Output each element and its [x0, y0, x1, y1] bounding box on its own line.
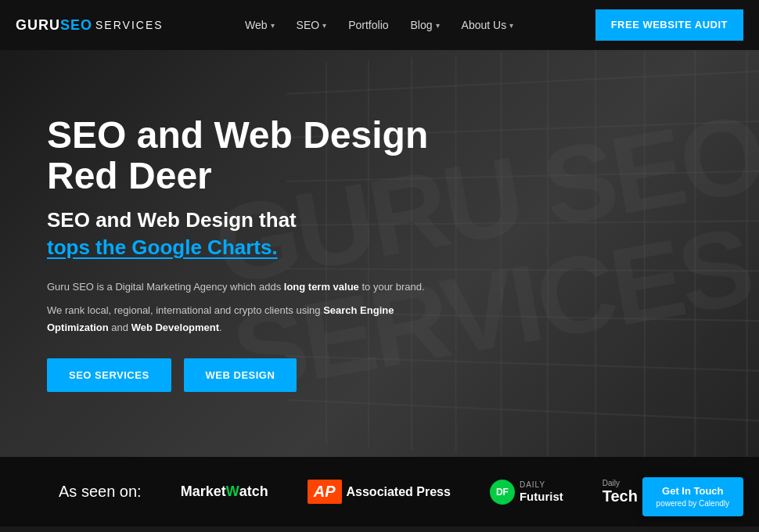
daily-futurist-logo: DF Daily Futurist	[490, 480, 563, 505]
ap-badge: AP	[308, 480, 342, 504]
marketwatch-text: MarketWatch	[181, 483, 268, 500]
hero-desc2-end: .	[219, 322, 222, 333]
df-futurist-label: Futurist	[520, 490, 563, 504]
df-daily-label: Daily	[520, 480, 563, 490]
nav-item-portfolio[interactable]: Portfolio	[348, 19, 388, 31]
hero-desc2: We rank local, regional, international a…	[47, 302, 454, 336]
free-audit-button[interactable]: FREE WEBSITE AUDIT	[595, 9, 743, 41]
logo[interactable]: GURU SEO SERVICES	[16, 17, 164, 34]
hero-desc2-start: We rank local, regional, international a…	[47, 304, 323, 316]
hero-title: SEO and Web Design Red Deer	[47, 115, 485, 198]
calendly-line2: powered by Calendly	[656, 498, 729, 509]
hero-desc1-start: Guru SEO is a Digital Marketing Agency w…	[47, 281, 284, 293]
nav-link-portfolio[interactable]: Portfolio	[348, 19, 388, 31]
logo-services: SERVICES	[95, 19, 164, 31]
df-text: Daily Futurist	[520, 480, 563, 504]
logo-guru: GURU	[16, 17, 60, 34]
chevron-icon: ▾	[509, 21, 513, 30]
hero-desc1: Guru SEO is a Digital Marketing Agency w…	[47, 279, 454, 296]
nav-links: Web ▾ SEO ▾ Portfolio Blog ▾ About Us ▾	[245, 19, 513, 31]
df-icon: DF	[490, 480, 515, 505]
hero-content: SEO and Web Design Red Deer SEO and Web …	[0, 115, 532, 393]
hero-desc1-end: to your brand.	[359, 281, 425, 293]
tg-daily-label: Daily	[603, 479, 620, 487]
hero-subtitle-accent: tops the Google Charts.	[47, 235, 485, 260]
marketwatch-logo: MarketWatch	[181, 483, 268, 500]
hero-section: GURU SEOSERVICES SEO and Web Design Red …	[0, 50, 759, 457]
navbar: GURU SEO SERVICES Web ▾ SEO ▾ Portfolio …	[0, 0, 759, 50]
chevron-icon: ▾	[271, 21, 275, 30]
hero-subtitle: SEO and Web Design that	[47, 208, 485, 232]
nav-link-about[interactable]: About Us ▾	[462, 19, 514, 31]
ap-text: Associated Press	[347, 485, 451, 499]
nav-item-about[interactable]: About Us ▾	[462, 19, 514, 31]
nav-item-seo[interactable]: SEO ▾	[297, 19, 327, 31]
calendly-button[interactable]: Get In Touch powered by Calendly	[642, 477, 743, 516]
logo-seo: SEO	[60, 17, 92, 34]
nav-item-web[interactable]: Web ▾	[245, 19, 275, 31]
nav-item-blog[interactable]: Blog ▾	[411, 19, 440, 31]
calendly-line1: Get In Touch	[662, 485, 723, 497]
chevron-icon: ▾	[322, 21, 326, 30]
hero-desc1-bold: long term value	[284, 281, 359, 293]
awards-bar: TOP SEOCOMPANY TOP WEBDEVELOPERS TOP SEO…	[0, 527, 759, 532]
nav-link-seo[interactable]: SEO ▾	[297, 19, 327, 31]
hero-desc2-mid: and	[109, 322, 131, 333]
hero-buttons: SEO SERVICES WEB DESIGN	[47, 358, 485, 392]
chevron-icon: ▾	[436, 21, 440, 30]
hero-desc2-bold2: Web Development	[131, 322, 219, 333]
web-design-button[interactable]: WEB DESIGN	[184, 358, 297, 392]
nav-link-web[interactable]: Web ▾	[245, 19, 275, 31]
ap-logo: AP Associated Press	[308, 480, 451, 504]
as-seen-label: As seen on:	[59, 483, 142, 501]
seo-services-button[interactable]: SEO SERVICES	[47, 358, 171, 392]
nav-link-blog[interactable]: Blog ▾	[411, 19, 440, 31]
